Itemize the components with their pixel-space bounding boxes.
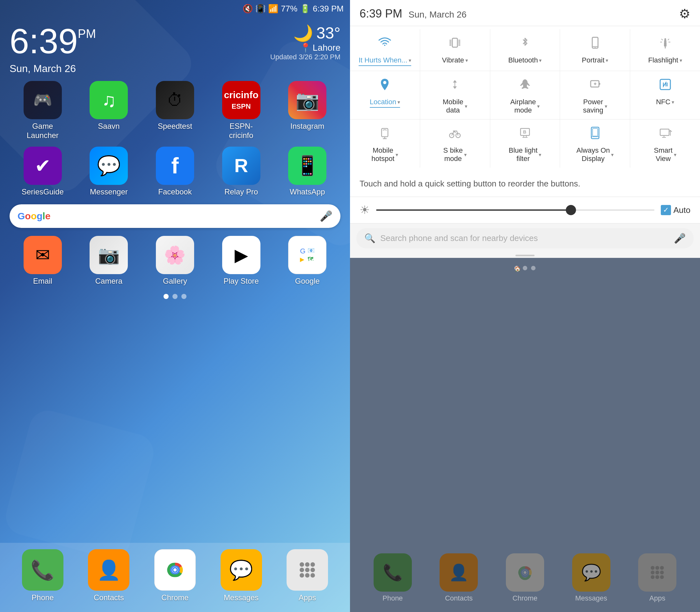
dock-apps[interactable]: Apps [280, 549, 334, 602]
overlay-phone[interactable]: 📞 Phone [366, 553, 420, 602]
clock-pm: PM [78, 27, 96, 41]
qs-search-bar[interactable]: 🔍 Search phone and scan for nearby devic… [356, 228, 694, 248]
svg-point-69 [660, 575, 664, 579]
seriesguide-icon: ✔ [24, 147, 62, 185]
svg-rect-39 [660, 79, 670, 89]
overlay-chrome[interactable]: Chrome [498, 553, 552, 602]
weather-moon-icon: 🌙 [293, 24, 313, 42]
google-logo: Google [17, 211, 50, 222]
qs-location[interactable]: Location ▾ [350, 71, 420, 119]
qs-power-saving[interactable]: Powersaving ▾ [560, 71, 630, 119]
google-app-label: Google [295, 277, 319, 286]
qs-mobile-hotspot[interactable]: Mobilehotspot ▾ [350, 120, 420, 168]
settings-icon[interactable]: ⚙ [679, 6, 690, 21]
home-screen: 🔇 📳 📶 77% 🔋 6:39 PM 6:39PM Sun, March 26… [0, 0, 350, 612]
app-messenger[interactable]: 💬 Messenger [82, 147, 136, 197]
qs-wifi[interactable]: It Hurts When... ▾ [350, 29, 420, 71]
svg-point-67 [651, 575, 655, 579]
qs-portrait[interactable]: Portrait ▾ [560, 29, 630, 71]
camera-label: Camera [95, 277, 122, 286]
instagram-label: Instagram [290, 122, 324, 131]
vibrate-status-icon: 📳 [255, 4, 266, 14]
qs-bluetooth[interactable]: Bluetooth ▾ [490, 29, 560, 71]
svg-point-62 [655, 566, 659, 570]
qs-flashlight[interactable]: Flashlight ▾ [630, 29, 700, 71]
speedtest-icon: ⏱ [156, 81, 194, 119]
espn-label: ESPN-cricinfo [229, 122, 253, 140]
vibrate-label: Vibrate ▾ [442, 56, 468, 65]
brightness-thumb[interactable] [566, 205, 576, 215]
svg-point-68 [655, 575, 659, 579]
always-on-display-icon [588, 126, 602, 143]
app-camera[interactable]: 📷 Camera [82, 236, 136, 286]
qs-blue-light-filter[interactable]: B Blue lightfilter ▾ [490, 120, 560, 168]
facebook-label: Facebook [158, 187, 192, 197]
mobile-data-icon [448, 78, 462, 95]
overlay-messages[interactable]: 💬 Messages [564, 553, 618, 602]
relay-label: Relay Pro [224, 187, 258, 197]
svg-point-61 [651, 566, 655, 570]
app-facebook[interactable]: f Facebook [148, 147, 202, 197]
app-email[interactable]: ✉ Email [16, 236, 70, 286]
app-gallery[interactable]: 🌸 Gallery [148, 236, 202, 286]
bluetooth-icon [518, 36, 532, 53]
app-whatsapp[interactable]: 📱 WhatsApp [280, 147, 334, 197]
overlay-contacts[interactable]: 👤 Contacts [432, 553, 486, 602]
power-saving-icon [588, 78, 602, 95]
smart-view-label: SmartView ▾ [654, 146, 676, 163]
qs-mobile-data[interactable]: Mobiledata ▾ [420, 71, 490, 119]
dock-messages[interactable]: 💬 Messages [214, 549, 268, 602]
play-store-label: Play Store [223, 277, 259, 286]
bottom-overlay: 🏠 📞 Phone 👤 Contacts [350, 258, 700, 612]
bluetooth-label: Bluetooth ▾ [508, 56, 542, 65]
facebook-icon: f [156, 147, 194, 185]
app-espn-cricinfo[interactable]: cricinfoESPN ESPN-cricinfo [214, 81, 268, 140]
mic-icon[interactable]: 🎤 [320, 210, 333, 222]
app-relay-pro[interactable]: R Relay Pro [214, 147, 268, 197]
app-seriesguide[interactable]: ✔ SeriesGuide [16, 147, 70, 197]
qs-s-bike-mode[interactable]: S bikemode ▾ [420, 120, 490, 168]
overlay-phone-label: Phone [382, 594, 403, 602]
app-saavn[interactable]: ♫ Saavn [82, 81, 136, 140]
qs-vibrate[interactable]: Vibrate ▾ [420, 29, 490, 71]
always-on-display-label: Always OnDisplay ▾ [576, 146, 614, 163]
google-search-bar[interactable]: Google 🎤 [10, 204, 340, 228]
svg-rect-13 [452, 38, 458, 47]
dock-chrome[interactable]: Chrome [148, 549, 202, 602]
overlay-dot-home: 🏠 [515, 266, 519, 270]
mic-icon-qs[interactable]: 🎤 [674, 233, 686, 244]
svg-point-5 [305, 562, 309, 567]
panel-header: 6:39 PM Sun, March 26 ⚙ [350, 0, 700, 26]
qs-smart-view[interactable]: SmartView ▾ [630, 120, 700, 168]
qs-airplane[interactable]: Airplanemode ▾ [490, 71, 560, 119]
qs-always-on-display[interactable]: Always OnDisplay ▾ [560, 120, 630, 168]
app-row-3: ✉ Email 📷 Camera 🌸 Gallery ▶ Play Store [0, 233, 350, 289]
gallery-icon: 🌸 [156, 236, 194, 274]
search-placeholder: Search phone and scan for nearby devices [380, 233, 669, 243]
brightness-fill [376, 209, 571, 211]
app-game-launcher[interactable]: 🎮 GameLauncher [16, 81, 70, 140]
app-play-store[interactable]: ▶ Play Store [214, 236, 268, 286]
svg-point-3 [173, 568, 177, 571]
app-instagram[interactable]: 📷 Instagram [280, 81, 334, 140]
qs-nfc[interactable]: NFC ▾ [630, 71, 700, 119]
qs-row-2: Location ▾ Mobiledata ▾ [350, 71, 700, 120]
app-google[interactable]: G 📧 ▶ 🗺 Google [280, 236, 334, 286]
status-bar: 🔇 📳 📶 77% 🔋 6:39 PM [0, 0, 350, 17]
overlay-apps[interactable]: Apps [630, 553, 684, 602]
qs-row-3: Mobilehotspot ▾ S bikemode ▾ [350, 120, 700, 168]
dock-contacts[interactable]: 👤 Contacts [82, 549, 136, 602]
email-label: Email [33, 277, 52, 286]
weather-updated: Updated 3/26 2:20 PM [270, 53, 340, 61]
drag-handle[interactable] [350, 253, 700, 258]
svg-point-65 [655, 571, 659, 574]
dock-phone[interactable]: 📞 Phone [16, 549, 70, 602]
svg-point-26 [594, 47, 596, 48]
app-speedtest[interactable]: ⏱ Speedtest [148, 81, 202, 140]
svg-point-33 [383, 81, 386, 84]
airplane-icon [518, 78, 532, 95]
auto-brightness-toggle[interactable]: ✓ Auto [661, 205, 691, 215]
brightness-slider[interactable] [376, 209, 655, 211]
location-icon [378, 78, 392, 95]
weather-temp: 33° [316, 24, 340, 42]
